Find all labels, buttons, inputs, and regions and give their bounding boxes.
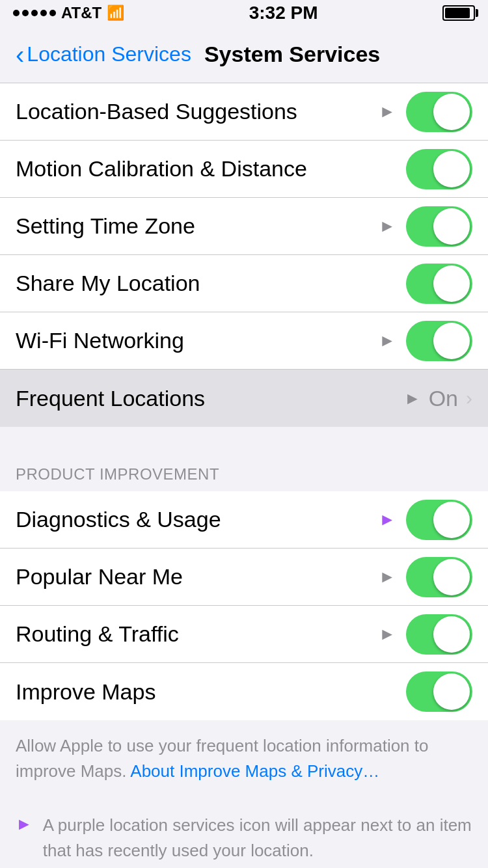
toggle-routing-traffic[interactable] <box>406 614 472 655</box>
footer-note-link[interactable]: About Improve Maps & Privacy… <box>130 761 379 781</box>
row-right-frequent-locations: ► On › <box>404 386 472 411</box>
label-improve-maps: Improve Maps <box>16 679 406 705</box>
row-right-improve-maps <box>406 671 472 712</box>
row-frequent-locations[interactable]: Frequent Locations ► On › <box>0 370 488 427</box>
row-location-based-suggestions[interactable]: Location-Based Suggestions ► <box>0 83 488 141</box>
status-left: AT&T 📶 <box>13 4 124 22</box>
toggle-knob <box>433 265 470 302</box>
wifi-icon: 📶 <box>107 5 124 21</box>
toggle-knob <box>433 502 470 538</box>
row-share-my-location[interactable]: Share My Location <box>0 255 488 312</box>
location-arrow-purple-icon: ► <box>379 509 396 530</box>
toggle-location-based-suggestions[interactable] <box>406 92 472 132</box>
label-motion-calibration: Motion Calibration & Distance <box>16 156 406 182</box>
label-setting-time-zone: Setting Time Zone <box>16 213 379 239</box>
row-setting-time-zone[interactable]: Setting Time Zone ► <box>0 198 488 255</box>
row-right-location-based-suggestions: ► <box>379 92 472 132</box>
row-right-popular-near-me: ► <box>379 557 472 597</box>
nav-header: ‹ Location Services System Services <box>0 26 488 83</box>
legend-row: ► A purple location services icon will a… <box>0 797 488 868</box>
row-diagnostics-usage[interactable]: Diagnostics & Usage ► <box>0 491 488 549</box>
toggle-motion-calibration[interactable] <box>406 149 472 189</box>
location-arrow-icon: ► <box>379 216 396 236</box>
label-popular-near-me: Popular Near Me <box>16 564 379 590</box>
top-settings-group: Location-Based Suggestions ► Motion Cali… <box>0 83 488 427</box>
product-improvement-header: PRODUCT IMPROVEMENT <box>0 450 488 491</box>
frequent-locations-value: On <box>429 386 458 411</box>
location-arrow-icon: ► <box>404 388 421 409</box>
label-frequent-locations: Frequent Locations <box>16 386 404 411</box>
signal-dots <box>13 10 56 16</box>
toggle-share-my-location[interactable] <box>406 264 472 304</box>
row-right-setting-time-zone: ► <box>379 206 472 247</box>
label-diagnostics-usage: Diagnostics & Usage <box>16 507 379 532</box>
toggle-knob <box>433 559 470 595</box>
toggle-knob <box>433 94 470 130</box>
footer-note: Allow Apple to use your frequent locatio… <box>0 720 488 797</box>
page-title: System Services <box>204 42 380 67</box>
label-share-my-location: Share My Location <box>16 271 406 296</box>
toggle-wifi-networking[interactable] <box>406 321 472 361</box>
back-label[interactable]: Location Services <box>27 42 191 66</box>
row-right-wifi-networking: ► <box>379 321 472 361</box>
row-improve-maps[interactable]: Improve Maps <box>0 663 488 720</box>
label-wifi-networking: Wi-Fi Networking <box>16 328 379 353</box>
row-right-share-my-location <box>406 264 472 304</box>
location-arrow-icon: ► <box>379 624 396 644</box>
back-chevron-icon: ‹ <box>16 42 24 68</box>
location-arrow-icon: ► <box>379 102 396 122</box>
toggle-improve-maps[interactable] <box>406 671 472 712</box>
status-time: 3:32 PM <box>249 3 318 23</box>
back-button[interactable]: ‹ Location Services <box>16 42 191 68</box>
section-gap-1 <box>0 427 488 450</box>
row-right-routing-traffic: ► <box>379 614 472 655</box>
row-popular-near-me[interactable]: Popular Near Me ► <box>0 549 488 606</box>
status-right <box>442 5 475 21</box>
label-routing-traffic: Routing & Traffic <box>16 621 379 647</box>
toggle-knob <box>433 673 470 710</box>
battery-icon <box>442 5 475 21</box>
legend-text: A purple location services icon will app… <box>43 813 472 863</box>
product-improvement-title: PRODUCT IMPROVEMENT <box>16 465 219 483</box>
location-arrow-icon: ► <box>379 567 396 587</box>
product-improvement-group: Diagnostics & Usage ► Popular Near Me ► … <box>0 491 488 720</box>
status-bar: AT&T 📶 3:32 PM <box>0 0 488 26</box>
row-right-diagnostics-usage: ► <box>379 500 472 540</box>
row-routing-traffic[interactable]: Routing & Traffic ► <box>0 606 488 663</box>
toggle-knob <box>433 323 470 359</box>
label-location-based-suggestions: Location-Based Suggestions <box>16 99 379 124</box>
row-wifi-networking[interactable]: Wi-Fi Networking ► <box>0 312 488 370</box>
toggle-knob <box>433 616 470 653</box>
legend-purple-arrow-icon: ► <box>16 814 33 834</box>
location-arrow-icon: ► <box>379 331 396 351</box>
row-motion-calibration[interactable]: Motion Calibration & Distance <box>0 141 488 198</box>
carrier-label: AT&T <box>61 4 102 22</box>
toggle-popular-near-me[interactable] <box>406 557 472 597</box>
toggle-knob <box>433 151 470 187</box>
chevron-right-icon: › <box>466 387 472 409</box>
toggle-diagnostics-usage[interactable] <box>406 500 472 540</box>
row-right-motion-calibration <box>406 149 472 189</box>
toggle-knob <box>433 208 470 245</box>
toggle-setting-time-zone[interactable] <box>406 206 472 247</box>
